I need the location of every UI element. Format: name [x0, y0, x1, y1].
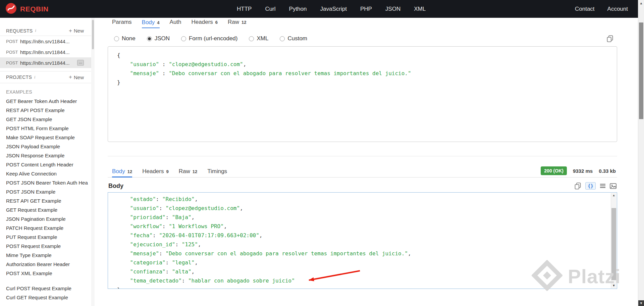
example-item-post-request-example[interactable]: POST Request Example: [0, 242, 91, 251]
request-tab-auth[interactable]: Auth: [170, 19, 181, 28]
requests-info-icon[interactable]: i: [35, 28, 36, 33]
nav-item-json[interactable]: JSON: [385, 6, 400, 12]
nav-item-curl[interactable]: Curl: [265, 6, 275, 12]
body-type-custom[interactable]: Custom: [280, 35, 307, 42]
example-item-post-json-bearer-token-auth-hea[interactable]: POST JSON Bearer Token Auth Hea: [0, 178, 91, 187]
example-item-patch-request-example[interactable]: PATCH Request Example: [0, 223, 91, 233]
request-tab-headers[interactable]: Headers6: [192, 19, 218, 28]
response-tab-timings[interactable]: Timings: [207, 168, 227, 177]
sidebar: REQUESTS i + New POSThttps://n8n.srv1184…: [0, 18, 91, 306]
example-item-put-request-example[interactable]: PUT Request Example: [0, 233, 91, 242]
example-item-make-soap-request-example[interactable]: Make SOAP Request Example: [0, 133, 91, 142]
topbar-links: ContactAccount: [575, 6, 628, 12]
new-request-button[interactable]: + New: [69, 28, 84, 34]
sidebar-scrollbar[interactable]: [91, 18, 95, 306]
browser-scrollbar-thumb[interactable]: [639, 22, 643, 119]
response-view-icons: {}: [575, 182, 616, 190]
request-tab-params[interactable]: Params: [112, 19, 132, 28]
example-item-rest-api-post-example[interactable]: REST API POST Example: [0, 106, 91, 115]
response-tab-raw[interactable]: Raw12: [179, 168, 197, 177]
request-item[interactable]: POSThttps://n8n.srv11844......: [0, 57, 91, 68]
request-tab-label: Params: [112, 19, 132, 26]
new-project-button[interactable]: + New: [69, 74, 84, 81]
request-body-editor[interactable]: { "usuario" : "clopez@edgestudio.com", "…: [108, 46, 617, 142]
section-divider: [108, 156, 617, 156]
new-project-label: New: [74, 74, 84, 80]
example-item-mime-type-example[interactable]: Mime Type Example: [0, 251, 91, 260]
request-tab-raw[interactable]: Raw12: [228, 19, 246, 28]
example-item-keep-alive-connection[interactable]: Keep Alive Connection: [0, 169, 91, 178]
response-scrollbar-thumb[interactable]: [611, 208, 616, 280]
example-item-post-xml-example[interactable]: POST XML Example: [0, 269, 91, 278]
request-tab-body[interactable]: Body4: [142, 19, 160, 28]
request-item[interactable]: POSThttps://n8n.srv11844...: [0, 47, 91, 57]
body-type-none[interactable]: None: [114, 35, 136, 42]
response-scroll-down-icon[interactable]: ▼: [611, 283, 616, 288]
response-tab-body[interactable]: Body12: [112, 168, 132, 177]
request-tab-count: 4: [157, 20, 159, 25]
response-tabs-bar: Body12Headers9Raw12Timings 200 (OK) 9332…: [108, 166, 617, 177]
response-tab-label: Headers: [142, 168, 164, 175]
example-item-rest-api-get-example[interactable]: REST API GET Example: [0, 196, 91, 205]
example-item-post-json-example[interactable]: POST JSON Example: [0, 187, 91, 196]
example-item-json-response-example[interactable]: JSON Response Example: [0, 151, 91, 160]
topbar-link-contact[interactable]: Contact: [575, 6, 595, 12]
sidebar-scrollbar-thumb[interactable]: [92, 20, 94, 49]
example-item-post-html-form-example[interactable]: POST HTML Form Example: [0, 124, 91, 133]
request-item[interactable]: POSThttps://n8n.srv11844...: [0, 36, 91, 47]
brand-name: REQBIN: [20, 5, 49, 13]
radio-icon: [249, 36, 254, 41]
plus-icon: +: [69, 28, 72, 34]
image-view-button[interactable]: [610, 183, 616, 189]
topbar-link-account[interactable]: Account: [607, 6, 628, 12]
code-line: }: [117, 78, 617, 87]
nav-item-python[interactable]: Python: [289, 6, 307, 12]
code-line: {: [117, 51, 617, 60]
browser-scrollbar[interactable]: ▲ ▼: [638, 0, 644, 306]
list-icon: [600, 184, 605, 188]
example-item-get-request-example[interactable]: GET Request Example: [0, 205, 91, 214]
code-line: "workflow": "1 Workflows PRO",: [117, 222, 607, 231]
brand[interactable]: REQBIN: [5, 3, 49, 15]
text-view-button[interactable]: [600, 184, 605, 188]
body-type-xml[interactable]: XML: [249, 35, 268, 42]
response-tab-count: 12: [127, 169, 132, 174]
example-item-json-payload-example[interactable]: JSON Payload Example: [0, 142, 91, 151]
nav-item-php[interactable]: PHP: [360, 6, 372, 12]
body-type-label: None: [122, 35, 136, 42]
projects-info-icon[interactable]: i: [34, 75, 35, 80]
request-tabs: ParamsBody4AuthHeaders6Raw12: [108, 18, 617, 28]
body-type-form-url-encoded[interactable]: Form (url-encoded): [181, 35, 238, 42]
requests-title: REQUESTS: [6, 28, 33, 34]
nav-item-http[interactable]: HTTP: [237, 6, 252, 12]
code-line: "categoria": "legal",: [117, 258, 607, 267]
code-line: "prioridad": "Baja",: [117, 213, 607, 222]
status-badge: 200 (OK): [541, 166, 567, 175]
code-line: "mensaje" : "Debo conversar con el aboga…: [117, 69, 617, 78]
code-line: "usuario" : "clopez@edgestudio.com",: [117, 60, 617, 69]
example-item-json-pagination-example[interactable]: JSON Pagination Example: [0, 214, 91, 223]
browser-scroll-up-icon[interactable]: ▲: [638, 0, 644, 6]
json-view-button[interactable]: {}: [585, 182, 596, 190]
example-item-get-json-example[interactable]: GET JSON Example: [0, 115, 91, 124]
request-url: https://n8n.srv11844...: [20, 49, 69, 55]
example-item-get-bearer-token-auth-header[interactable]: GET Bearer Token Auth Header: [0, 97, 91, 106]
response-scroll-up-icon[interactable]: ▲: [611, 193, 616, 198]
copy-response-button[interactable]: [575, 183, 581, 190]
example-item-curl-get-request-example[interactable]: Curl GET Request Example: [0, 293, 91, 302]
response-scrollbar[interactable]: ▲ ▼: [611, 193, 616, 288]
example-item-post-content-length-header[interactable]: POST Content Length Header: [0, 160, 91, 169]
radio-icon: [114, 36, 119, 41]
new-request-label: New: [74, 28, 84, 34]
copy-request-body-button[interactable]: [607, 35, 613, 42]
body-type-json[interactable]: JSON: [147, 35, 170, 42]
code-line: "ejecucion_id": "125",: [117, 240, 607, 249]
browser-scroll-down-icon[interactable]: ▼: [638, 300, 644, 306]
example-item-curl-post-request-example[interactable]: Curl POST Request Example: [0, 284, 91, 293]
response-tab-label: Timings: [207, 168, 227, 175]
example-item-authorization-bearer-header[interactable]: Authorization Bearer Header: [0, 260, 91, 269]
nav-item-javascript[interactable]: JavaScript: [320, 6, 347, 12]
nav-item-xml[interactable]: XML: [414, 6, 426, 12]
request-more-button[interactable]: ...: [77, 60, 84, 66]
response-tab-headers[interactable]: Headers9: [142, 168, 169, 177]
